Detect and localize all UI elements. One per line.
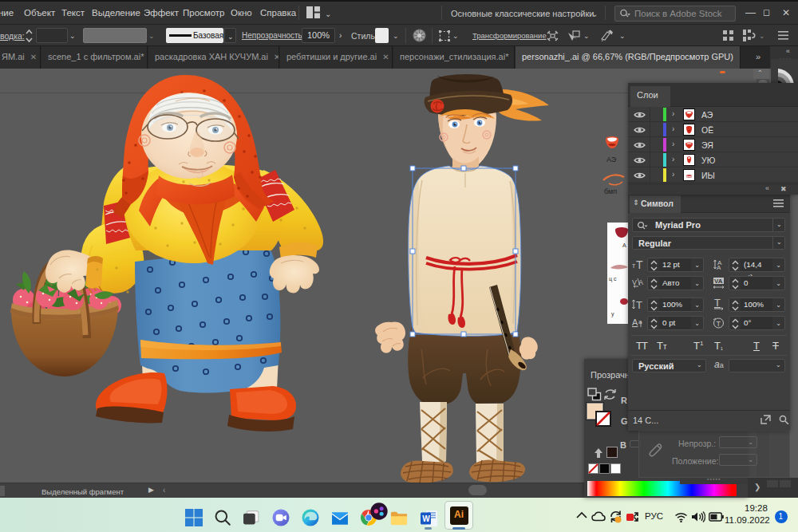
svg-text:А: А [622,242,626,248]
svg-text:бмп: бмп [604,187,617,195]
svg-text:у: у [611,311,614,317]
svg-text:VA: VA [714,278,723,285]
svg-text:ц с: ц с [609,276,617,282]
svg-text:т: т [632,262,635,270]
svg-text:T: T [714,298,721,309]
svg-text:A: A [638,278,643,286]
svg-text:T: T [636,258,643,270]
svg-text:T: T [636,299,642,310]
svg-text:A: A [632,317,638,327]
svg-text:АЭ: АЭ [606,156,617,164]
svg-text:W: W [422,514,430,523]
svg-text:A: A [717,264,721,270]
svg-text:V: V [632,278,637,286]
svg-text:T: T [717,320,721,328]
